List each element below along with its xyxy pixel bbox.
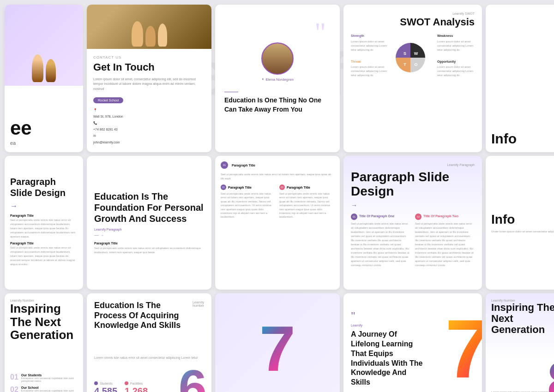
swot-left-col: Strength Lorem ipsum dolor sit amet cons… bbox=[351, 34, 388, 77]
bg-number: 7 bbox=[445, 301, 482, 392]
col1-body: Sed ut perspiciatis unde omnis iste natu… bbox=[221, 192, 276, 219]
slide-inspiring-left: Learnify Number Inspiring The Next Gener… bbox=[5, 293, 83, 392]
slide-paragraph-large: Learnify Paragraph Paragraph Slide Desig… bbox=[343, 156, 482, 290]
item-01-content: Our Students Excepteur sint occaecat cup… bbox=[21, 374, 78, 382]
para-col-2: 02 Title Of Paragraph Two Sed ut perspic… bbox=[415, 214, 475, 267]
slide-two-col-para: 01 Paragraph Title Sed ut perspiciatis u… bbox=[215, 156, 340, 290]
slide-education-quote: " ⚬ Elena Nordegren Education Is One Thi… bbox=[215, 5, 340, 152]
learnly-para-label: Learnify Paragraph bbox=[351, 163, 475, 166]
swot-right-col: Weakness Lorem ipsum dolor sit amet cons… bbox=[437, 34, 475, 77]
item-02-title: Our School bbox=[21, 386, 78, 389]
para-header: Paragraph Title bbox=[232, 164, 255, 167]
person-image bbox=[262, 43, 293, 74]
facilities-dot bbox=[125, 381, 128, 385]
slide-r1c2-content: Contact Us Get In Touch Lorem ipsum dolo… bbox=[87, 49, 211, 153]
slide-education-foundation: Education Is The Foundation For Personal… bbox=[87, 156, 211, 290]
item-02-content: Our School Excepteur sint occaecat cupid… bbox=[21, 386, 78, 392]
para-body-1: Sed ut perspiciatis unde omnis iste natu… bbox=[10, 218, 78, 239]
arrow-right-icon: → bbox=[10, 202, 78, 210]
inspiring-body-r3c5: Lorem omnis iste natus error sit amet co… bbox=[491, 390, 554, 392]
slide-swot: Learnify SWOT SWOT Analysis Strength Lor… bbox=[343, 5, 482, 152]
avatar bbox=[261, 42, 294, 75]
svg-text:T: T bbox=[403, 62, 406, 67]
journey-content: " Learnify A Journey Of Lifelong Learnin… bbox=[351, 310, 425, 387]
col2-badge: 02 bbox=[415, 214, 422, 220]
svg-text:W: W bbox=[414, 51, 418, 56]
person-name: ⚬ Elena Nordegren bbox=[261, 77, 294, 82]
slide-education-process: Education Is The Process Of Acquiring Kn… bbox=[87, 293, 211, 392]
info-title-r2: Info bbox=[491, 212, 554, 227]
item-01-body: Excepteur sint occaecat cupidatat Iste s… bbox=[21, 377, 78, 382]
learnly-label: Learnify Paragraph bbox=[94, 228, 204, 231]
slide-r1c1-image bbox=[5, 5, 83, 86]
learnly-journey-label: Learnify bbox=[351, 324, 425, 327]
para-body-sm: Sed ut perspiciatis unde omnis iste natu… bbox=[94, 246, 204, 255]
svg-text:S: S bbox=[403, 51, 406, 56]
stat-facilities: Facilities 1,268 bbox=[125, 381, 148, 392]
rocket-school-btn[interactable]: Rocket School bbox=[93, 97, 123, 103]
students-num: 4,585 bbox=[94, 386, 117, 392]
swot-opportunity: Opportunity Lorem ipsum dolor sit amet c… bbox=[437, 59, 475, 78]
info-body-r2: Under lorem ipsum dolor sit amet consect… bbox=[491, 230, 554, 234]
col2-body: Sed ut perspiciatis unde omnis iste natu… bbox=[279, 192, 334, 219]
para-section-title-2: Paragraph Title bbox=[10, 242, 78, 245]
contact-label: Contact Us bbox=[93, 55, 205, 59]
stat-students: Students 4,585 bbox=[94, 381, 117, 392]
big-num-6: 6 bbox=[179, 362, 207, 392]
item-01-title: Our Students bbox=[21, 374, 78, 377]
num-02: 02 bbox=[10, 386, 18, 392]
quote-icon: " bbox=[351, 310, 425, 321]
swot-title: SWOT Analysis bbox=[351, 16, 475, 28]
arrow-btn: ──→ bbox=[94, 234, 204, 237]
para-body-2: Sed ut perspiciatis unde omnis iste natu… bbox=[10, 246, 78, 267]
quote-decoration: " bbox=[315, 18, 326, 46]
email: ✉ john@learnify.com bbox=[93, 133, 205, 146]
students-label: Students bbox=[94, 381, 117, 385]
big-number-7: 7 bbox=[259, 316, 295, 381]
col2-title: Paragraph Title bbox=[287, 186, 310, 189]
quote-text: Education Is One Thing No One Can Take A… bbox=[224, 96, 331, 114]
swot-strength: Strength Lorem ipsum dolor sit amet cons… bbox=[351, 34, 388, 52]
swot-label: Learnify SWOT bbox=[351, 12, 475, 15]
num-badge-header: 01 bbox=[221, 161, 228, 169]
phone: 📞 +74 862 8281 43 bbox=[93, 120, 205, 133]
inspiring-title-r3c5: Inspiring The Next Generation bbox=[491, 302, 554, 336]
big-number-8: 8 bbox=[547, 350, 554, 392]
arrow-right: → bbox=[351, 202, 475, 209]
slide-info-partial-r2: Info Under lorem ipsum dolor sit amet co… bbox=[486, 156, 554, 290]
slide-inspiring-right: Learnify Number Inspiring The Next Gener… bbox=[486, 293, 554, 392]
swot-chart: S W T O bbox=[392, 39, 429, 76]
para-big-title: Paragraph Slide Design bbox=[351, 170, 475, 199]
facilities-label: Facilities bbox=[125, 381, 148, 385]
para-title-sm: Paragraph Title bbox=[94, 242, 204, 245]
para-section-title-1: Paragraph Title bbox=[10, 214, 78, 217]
slides-grid: ee ea Contact Us Get In Touch Lorem ipsu… bbox=[0, 0, 554, 392]
numbered-list: 01 Our Students Excepteur sint occaecat … bbox=[10, 374, 78, 392]
para-intro: Sed ut perspiciatis unde omnis iste natu… bbox=[221, 172, 334, 181]
col2-body-r2c4: Sed ut perspiciatis unde omnis iste natu… bbox=[415, 222, 475, 267]
para-section-2: Paragraph Title Sed ut perspiciatis unde… bbox=[10, 242, 78, 267]
slide-big-7: 7 bbox=[215, 293, 340, 392]
learnly-num-r3c2: Learnify Number bbox=[193, 301, 204, 307]
paragraph-title: Paragraph Slide Design bbox=[10, 176, 78, 198]
item-02-body: Excepteur sint occaecat cupidatat Iste s… bbox=[21, 389, 78, 392]
col-2: 02 Paragraph Title Sed ut perspiciatis u… bbox=[279, 184, 334, 219]
slide-r1c2-image bbox=[87, 5, 211, 49]
slide-get-in-touch: Contact Us Get In Touch Lorem ipsum dolo… bbox=[87, 5, 211, 152]
slide-r1c1-sub-text: ea bbox=[10, 140, 78, 147]
svg-text:O: O bbox=[414, 62, 417, 67]
swot-threat: Threat Lorem ipsum dolor sit amet consec… bbox=[351, 59, 388, 78]
para-two-col: 01 Title Of Paragraph One Sed ut perspic… bbox=[351, 214, 475, 267]
edu-process-title: Education Is The Process Of Acquiring Kn… bbox=[94, 301, 193, 331]
list-item-02: 02 Our School Excepteur sint occaecat cu… bbox=[10, 386, 78, 392]
para-section-1: Paragraph Title Sed ut perspiciatis unde… bbox=[10, 214, 78, 239]
num-2: 02 bbox=[279, 184, 285, 190]
slide-paragraph-partial-left: Paragraph Slide Design → Paragraph Title… bbox=[5, 156, 83, 290]
edu-foundation-title: Education Is The Foundation For Personal… bbox=[94, 191, 204, 224]
journey-text: A Journey Of Lifelong Learning That Equi… bbox=[351, 330, 425, 387]
col1-title-r2c4: Title Of Paragraph One bbox=[359, 214, 394, 218]
col-1: 01 Paragraph Title Sed ut perspiciatis u… bbox=[221, 184, 276, 219]
col1-title: Paragraph Title bbox=[228, 186, 252, 189]
para-col-1: 01 Title Of Paragraph One Sed ut perspic… bbox=[351, 214, 410, 267]
inspiring-title: Inspiring The Next Generation bbox=[10, 302, 78, 342]
